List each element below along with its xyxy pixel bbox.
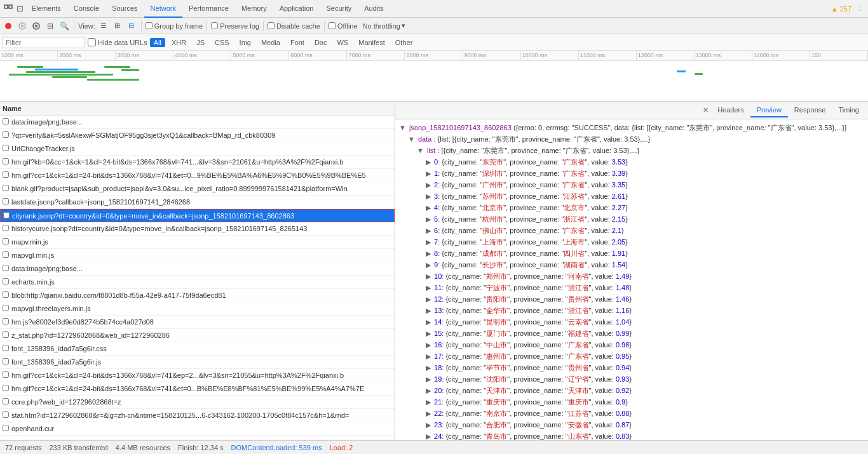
json-item-toggle[interactable]: ▶ [426,318,431,326]
network-item[interactable]: ?qt=verify&ak=5sslAkexwFSGMatjOF95gg3sje… [0,129,395,142]
network-item[interactable]: mapv.min.js [0,236,395,249]
network-item[interactable]: data:image/png;base... [0,262,395,276]
filter-input[interactable] [3,37,85,48]
filter-css[interactable]: CSS [211,38,233,47]
json-item-toggle[interactable]: ▶ [426,158,431,166]
network-item[interactable]: mapvgl.threelayers.min.js [0,302,395,316]
detail-close-button[interactable]: ✕ [700,105,711,116]
tab-sources[interactable]: Sources [105,0,144,18]
json-item-toggle[interactable]: ▶ [426,352,431,360]
json-item-toggle[interactable]: ▶ [426,375,431,383]
network-list-body[interactable]: data:image/png;base...?qt=verify&ak=5ssl… [0,116,395,440]
filter-all[interactable]: All [150,38,165,47]
json-item-toggle[interactable]: ▶ [426,330,431,337]
network-item[interactable]: historycurve.jsonp?dt=country&id=0&type=… [0,222,395,236]
group-by-frame-label[interactable]: Group by frame [146,22,203,30]
group-by-frame-checkbox[interactable] [146,22,153,29]
filter-manifest[interactable]: Manifest [355,38,389,47]
json-item-toggle[interactable]: ▶ [426,398,431,406]
json-item-toggle[interactable]: ▶ [426,421,431,429]
json-item-toggle[interactable]: ▶ [426,238,431,246]
network-item[interactable]: hm.gif?kb=0&cc=1&ck=1&cl=24-bit&ds=1366x… [0,156,395,169]
network-item[interactable]: echarts.min.js [0,276,395,289]
network-item[interactable]: lastdate.jsonp?callback=jsonp_1582101697… [0,196,395,209]
hide-data-urls-label[interactable]: Hide data URLs [88,38,147,46]
detail-tab-response[interactable]: Response [788,103,832,117]
network-item[interactable]: core.php?web_id=12729602868t=z [0,396,395,409]
json-item-toggle[interactable]: ▶ [426,410,431,417]
network-item[interactable]: blank.gif?product=jsapi&sub_product=jsap… [0,182,395,196]
network-item[interactable]: z_stat.php?id=12729602868&web_id=1272960… [0,329,395,342]
disable-cache-checkbox[interactable] [268,22,275,29]
filter-ws[interactable]: WS [333,38,352,47]
offline-checkbox[interactable] [329,22,336,29]
detail-tab-preview[interactable]: Preview [750,103,788,117]
record-button[interactable] [3,20,14,32]
network-item[interactable]: font_1358396_idad7a5g6ir.js [0,356,395,369]
filter-font[interactable]: Font [287,38,308,47]
json-item-toggle[interactable]: ▶ [426,307,431,314]
devtools-icon-inspect[interactable] [3,3,14,15]
json-item-toggle[interactable]: ▶ [426,284,431,291]
tab-security[interactable]: Security [320,0,358,18]
stop-button[interactable] [17,20,28,32]
filter-img[interactable]: Img [236,38,255,47]
json-item-toggle[interactable]: ▶ [426,341,431,349]
tab-console[interactable]: Console [67,0,105,18]
filter-js[interactable]: JS [193,38,208,47]
network-item[interactable]: font_1358396_idad7a5g6ir.css [0,342,395,356]
json-item-toggle[interactable]: ▶ [426,192,431,200]
json-item-toggle[interactable]: ▶ [426,295,431,303]
tab-memory[interactable]: Memory [235,0,273,18]
json-item-toggle[interactable]: ▶ [426,364,431,371]
throttling-dropdown[interactable]: No throttling ▾ [360,20,408,31]
network-item[interactable]: mapvgl.min.js [0,249,395,262]
view-waterfall-icon[interactable]: ⊟ [126,20,137,32]
json-root-toggle[interactable]: ▼ [399,124,406,131]
filter-xhr[interactable]: XHR [168,38,190,47]
json-item-toggle[interactable]: ▶ [426,387,431,394]
filter-other[interactable]: Other [391,38,417,47]
clear-button[interactable] [31,20,42,32]
detail-tab-timing[interactable]: Timing [832,103,865,117]
network-item[interactable]: blob:http://qianxi.baidu.com/f8801d8b-f5… [0,289,395,302]
json-item-toggle[interactable]: ▶ [426,204,431,211]
view-list-icon[interactable]: ☰ [98,20,109,32]
filter-doc[interactable]: Doc [311,38,331,47]
devtools-icon-pointer[interactable]: ⊡ [14,3,25,15]
json-item-toggle[interactable]: ▶ [426,432,431,440]
view-large-icon[interactable]: ⊞ [112,20,123,32]
network-item[interactable]: stat.htm?id=12729602868&r=&lg=zh-cn&ntim… [0,409,395,422]
json-item-toggle[interactable]: ▶ [426,272,431,280]
tab-network[interactable]: Network [144,0,182,18]
tab-elements[interactable]: Elements [25,0,67,18]
detail-tab-headers[interactable]: Headers [711,103,750,117]
preserve-log-checkbox[interactable] [211,22,218,29]
json-list-toggle[interactable]: ▼ [417,147,424,154]
json-item-toggle[interactable]: ▶ [426,261,431,269]
devtools-more-button[interactable]: ⋮ [854,3,865,15]
offline-label[interactable]: Offline [329,22,358,30]
network-item[interactable]: UrlChangeTracker.js [0,142,395,156]
tab-application[interactable]: Application [273,0,320,18]
network-item[interactable]: cityrank.jsonp?dt=country&id=0&type=move… [0,209,395,222]
json-item-toggle[interactable]: ▶ [426,227,431,234]
preserve-log-label[interactable]: Preserve log [211,22,259,30]
json-item-toggle[interactable]: ▶ [426,250,431,257]
filter-button[interactable]: ⊟ [44,20,56,32]
disable-cache-label[interactable]: Disable cache [268,22,320,30]
json-data-toggle[interactable]: ▼ [408,135,415,143]
network-item[interactable]: hm.gif?cc=1&ck=1&cl=24-bit&ds=1366x768&v… [0,369,395,382]
json-item-toggle[interactable]: ▶ [426,170,431,177]
tab-audits[interactable]: Audits [358,0,390,18]
network-item[interactable]: data:image/png;base... [0,116,395,129]
hide-data-urls-checkbox[interactable] [88,38,96,46]
network-item[interactable]: hm.gif?cc=1&ck=1&cl=24-bit&ds=1366x768&v… [0,169,395,182]
filter-media[interactable]: Media [257,38,284,47]
network-item[interactable]: openhand.cur [0,422,395,436]
network-item[interactable]: hm.js?e8002ef3d9e0d8274b5b74cc4a027d08 [0,316,395,329]
json-item-toggle[interactable]: ▶ [426,215,431,223]
detail-body[interactable]: ▼ jsonp_1582101697143_8602863 ({errno: 0… [395,119,868,440]
search-button[interactable]: 🔍 [58,20,70,32]
timeline-waterfall[interactable] [0,61,868,101]
